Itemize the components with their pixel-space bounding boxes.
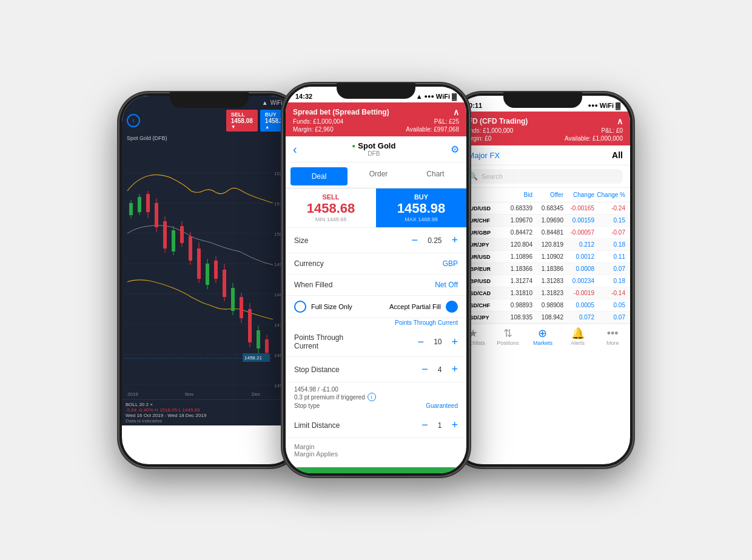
markets-nav: ‹ Major FX All: [455, 145, 630, 165]
market-change: 0.0008: [563, 265, 594, 272]
chart-label-row: Spot Gold (DFB) 1d: [122, 134, 297, 142]
chart-sell-btn[interactable]: SELL 1458.08 ▼: [226, 110, 258, 132]
list-item[interactable]: ● GBP/EUR 1.18366 1.18386 0.0008 0.07: [455, 263, 630, 275]
col-header-bid: Bid: [502, 192, 532, 198]
market-changepct: -0.07: [594, 229, 625, 236]
stop-info-value: 1454.98 / -£1.00: [294, 386, 458, 393]
currency-value[interactable]: GBP: [443, 259, 458, 268]
margin-section: Margin Margin Applies: [286, 438, 466, 462]
market-bid: 1.09670: [502, 217, 532, 224]
limit-controls: − 1 +: [421, 419, 458, 432]
col-header-change: Change: [563, 192, 594, 198]
chart-back[interactable]: ‹: [127, 114, 140, 127]
phone-deal: 14:32 ▲ ●●● WiFi ▓ Spread bet (Spread Be…: [282, 83, 470, 477]
points-value: 10: [434, 338, 441, 346]
market-change: 0.00159: [563, 217, 594, 224]
stop-controls: − 4 +: [421, 363, 458, 376]
tab-order[interactable]: Order: [350, 165, 407, 188]
limit-plus-btn[interactable]: +: [451, 419, 458, 432]
deal-gear-icon[interactable]: ⚙: [451, 144, 459, 155]
stop-distance-row: Stop Distance − 4 +: [286, 357, 466, 382]
partial-fill-radio[interactable]: [446, 301, 458, 313]
size-plus-btn[interactable]: +: [451, 234, 458, 247]
market-offer: 1.09690: [532, 217, 563, 224]
list-item[interactable]: ● EUR/GBP 0.84472 0.84481 -0.00057 -0.07: [455, 227, 630, 239]
svg-text:2019: 2019: [127, 392, 138, 397]
list-item[interactable]: ● USD/CAD 1.31810 1.31823 -0.0019 -0.14: [455, 287, 630, 299]
alerts-icon: 🔔: [571, 328, 585, 339]
size-minus-btn[interactable]: −: [412, 234, 418, 247]
phone-markets: 10:11 ●●● WiFi ▓ CFD (CFD Trading) ∧ Fun…: [452, 92, 634, 468]
points-plus-btn[interactable]: +: [451, 336, 458, 348]
buy-value: 1458.98: [383, 201, 459, 216]
sell-price-box[interactable]: SELL 1458.68 MIN 1448.68: [286, 188, 376, 227]
markets-search-bar: 🔍 Search: [455, 165, 630, 188]
stop-type-value[interactable]: Guaranteed: [426, 402, 458, 409]
points-minus-btn[interactable]: −: [418, 336, 425, 348]
list-item[interactable]: ● AUD/USD 0.68339 0.68345 -0.00165 -0.24: [455, 202, 630, 215]
list-item[interactable]: ● USD/JPY 108.935 108.942 0.072 0.07: [455, 312, 630, 324]
nav-alerts[interactable]: 🔔 Alerts: [560, 328, 596, 346]
sell-label: SELL: [293, 193, 369, 201]
markets-chevron[interactable]: ∧: [617, 116, 623, 126]
deal-header: Spread bet (Spread Betting) ∧ Funds: £1,…: [286, 102, 466, 136]
info-icon[interactable]: i: [368, 393, 376, 401]
deal-instrument-title: ● Spot Gold DFB: [352, 141, 395, 157]
market-changepct: 0.11: [594, 253, 625, 260]
list-item[interactable]: ● EUR/USD 1.10896 1.10902 0.0012 0.11: [455, 251, 630, 263]
markets-header-top: CFD (CFD Trading) ∧: [463, 116, 623, 126]
market-bid: 1.31810: [502, 290, 532, 296]
deal-back-btn[interactable]: ‹: [293, 142, 297, 156]
market-offer: 1.10902: [532, 253, 563, 260]
search-box[interactable]: 🔍 Search: [463, 169, 623, 184]
list-item[interactable]: ● USD/CHF 0.98893 0.98908 0.0005 0.05: [455, 299, 630, 312]
limit-minus-btn[interactable]: −: [421, 419, 428, 432]
deal-tabs: Deal Order Chart: [286, 162, 466, 188]
tab-chart[interactable]: Chart: [407, 165, 464, 188]
currency-row: Currency GBP: [286, 253, 466, 275]
partial-fill-toggle: Accept Partial Fill: [389, 301, 458, 313]
markets-nav-title: All: [612, 150, 623, 160]
market-change: -0.0019: [563, 290, 594, 296]
nav-markets[interactable]: ⊕ Markets: [525, 328, 560, 346]
nav-more[interactable]: ••• More: [595, 328, 630, 346]
buy-price-box[interactable]: BUY 1458.98 MAX 1468.98: [376, 188, 466, 227]
list-item[interactable]: ● GBP/USD 1.31274 1.31283 0.00234 0.18: [455, 275, 630, 287]
tab-deal[interactable]: Deal: [290, 167, 347, 185]
market-changepct: -0.14: [594, 290, 625, 296]
place-deal-btn[interactable]: Place Deal: [294, 467, 458, 473]
deal-prices: SELL 1458.68 MIN 1448.68 BUY 1458.98 MAX…: [286, 188, 466, 228]
deal-chevron[interactable]: ∧: [453, 107, 459, 117]
market-change: 0.00234: [563, 278, 594, 284]
market-offer: 0.98908: [532, 302, 563, 308]
more-icon: •••: [607, 328, 619, 339]
deal-nav: ‹ ● Spot Gold DFB ⚙: [286, 136, 466, 162]
markets-header: CFD (CFD Trading) ∧ Funds: £1,000,000 P&…: [455, 112, 630, 145]
chart-boll-info: BOLL 20 2 × -5.84 -0.40% H 1518.05 L 144…: [122, 399, 297, 425]
market-bid: 0.68339: [502, 205, 532, 212]
size-value: 0.25: [428, 236, 441, 245]
list-item[interactable]: ● EUR/JPY 120.804 120.819 0.212 0.18: [455, 239, 630, 251]
deal-time: 14:32: [295, 93, 312, 100]
full-size-radio[interactable]: [294, 301, 306, 313]
deal-status-bar: 14:32 ▲ ●●● WiFi ▓: [286, 87, 466, 102]
market-offer: 0.68345: [532, 205, 563, 212]
nav-positions[interactable]: ⇅ Positions: [491, 328, 526, 346]
market-change: -0.00165: [563, 205, 594, 212]
phone-deal-screen: 14:32 ▲ ●●● WiFi ▓ Spread bet (Spread Be…: [286, 87, 466, 473]
markets-status-bar: 10:11 ●●● WiFi ▓: [455, 96, 630, 112]
market-bid: 1.18366: [502, 265, 532, 272]
phone-markets-screen: 10:11 ●●● WiFi ▓ CFD (CFD Trading) ∧ Fun…: [455, 96, 630, 464]
market-changepct: 0.15: [594, 217, 625, 224]
deal-title-header: Spread bet (Spread Betting): [293, 108, 389, 116]
list-item[interactable]: ● EUR/CHF 1.09670 1.09690 0.00159 0.15: [455, 215, 630, 227]
chart-back-icon[interactable]: ‹: [127, 114, 140, 127]
phone-chart: ▲ WiFi ▓ ‹ SELL 1458.08 ▼ BUY: [118, 92, 300, 468]
stop-minus-btn[interactable]: −: [421, 363, 428, 376]
size-row: Size − 0.25 +: [286, 228, 466, 253]
when-filled-value[interactable]: Net Off: [435, 281, 458, 289]
stop-plus-btn[interactable]: +: [451, 363, 458, 376]
deal-status-icons: ▲ ●●● WiFi ▓: [416, 93, 457, 100]
deal-header-info: Funds: £1,000,004 P&L: £25: [293, 118, 459, 125]
svg-text:1458.21: 1458.21: [244, 355, 262, 361]
